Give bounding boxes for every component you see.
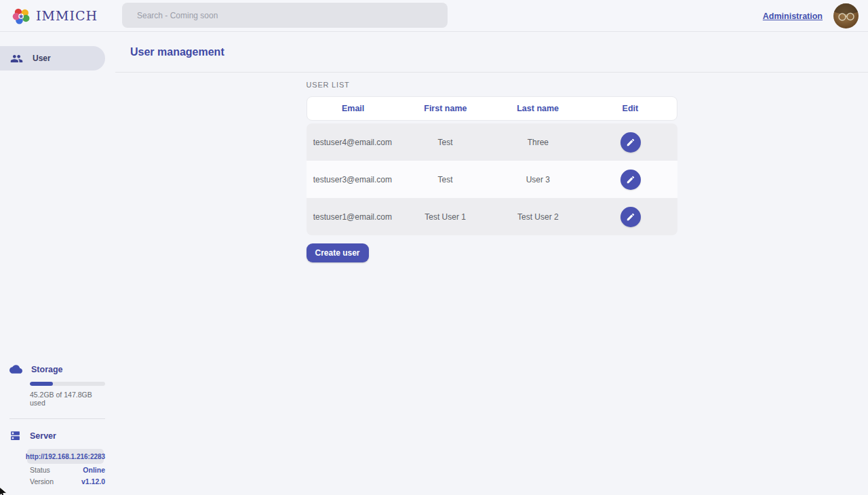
cell-email: testuser3@email.com <box>307 175 399 184</box>
cell-last-name: Three <box>492 138 585 147</box>
column-header-email: Email <box>307 104 399 113</box>
edit-user-button[interactable] <box>620 170 641 190</box>
column-header-last-name: Last name <box>492 104 584 113</box>
cell-edit <box>585 132 677 153</box>
main-content: User management USER LIST Email First na… <box>115 32 868 495</box>
storage-progress-bar <box>30 382 105 386</box>
section-label: USER LIST <box>307 81 677 89</box>
cell-edit <box>585 207 677 227</box>
column-header-first-name: First name <box>399 104 492 113</box>
cell-first-name: Test User 1 <box>399 212 492 222</box>
server-status-row: Status Online <box>30 464 105 475</box>
column-header-edit: Edit <box>584 104 676 113</box>
pencil-icon <box>626 138 635 147</box>
storage-title: Storage <box>31 365 63 374</box>
server-panel: Server http://192.168.1.216:2283 Status … <box>0 430 105 487</box>
server-icon <box>9 430 21 441</box>
sidebar-item-user[interactable]: User <box>0 46 105 71</box>
version-value: v1.12.0 <box>81 477 105 486</box>
server-url-badge: http://192.168.1.216:2283 <box>27 449 104 464</box>
avatar[interactable] <box>833 3 859 28</box>
page-title-bar: User management <box>115 32 868 73</box>
cell-edit <box>585 170 677 190</box>
user-list-section: USER LIST Email First name Last name Edi… <box>307 73 677 262</box>
cell-last-name: User 3 <box>492 175 585 184</box>
status-value: Online <box>83 466 105 474</box>
header-right: Administration <box>763 0 859 32</box>
table-body: testuser4@email.com Test Three testuser3… <box>307 123 677 235</box>
status-label: Status <box>30 466 50 474</box>
table-row: testuser1@email.com Test User 1 Test Use… <box>307 198 677 235</box>
cell-first-name: Test <box>399 138 492 147</box>
search-input[interactable] <box>122 3 448 28</box>
server-version-row: Version v1.12.0 <box>30 475 105 487</box>
immich-flower-icon <box>12 7 31 25</box>
avatar-photo-glasses <box>833 3 859 28</box>
page-title: User management <box>130 46 224 58</box>
storage-usage-text: 45.2GB of 147.8GB used <box>30 391 105 407</box>
table-row: testuser4@email.com Test Three <box>307 123 677 161</box>
table-header-row: Email First name Last name Edit <box>307 96 677 121</box>
create-user-button[interactable]: Create user <box>307 243 369 262</box>
edit-user-button[interactable] <box>620 207 641 227</box>
storage-panel: Storage 45.2GB of 147.8GB used <box>0 363 105 407</box>
cell-email: testuser4@email.com <box>307 138 399 147</box>
server-title: Server <box>30 431 56 441</box>
version-label: Version <box>30 477 54 486</box>
table-row: testuser3@email.com Test User 3 <box>307 161 677 198</box>
storage-progress-fill <box>30 382 53 386</box>
cell-first-name: Test <box>399 175 492 184</box>
sidebar-item-label: User <box>33 54 51 63</box>
logo-wordmark: IMMICH <box>36 8 98 23</box>
cloud-icon <box>9 363 22 376</box>
sidebar-divider <box>9 418 105 419</box>
app-header: IMMICH Administration <box>0 0 868 32</box>
logo[interactable]: IMMICH <box>0 7 110 25</box>
users-icon <box>10 52 23 65</box>
pencil-icon <box>626 212 635 222</box>
administration-link[interactable]: Administration <box>763 12 823 21</box>
pencil-icon <box>626 175 635 184</box>
sidebar-footer: Storage 45.2GB of 147.8GB used Server ht… <box>0 363 105 487</box>
edit-user-button[interactable] <box>620 132 641 153</box>
cell-email: testuser1@email.com <box>307 212 399 222</box>
mouse-cursor-icon <box>0 486 9 495</box>
cell-last-name: Test User 2 <box>492 212 585 222</box>
sidebar: User Storage 45.2GB of 147.8GB used Serv… <box>0 32 115 495</box>
